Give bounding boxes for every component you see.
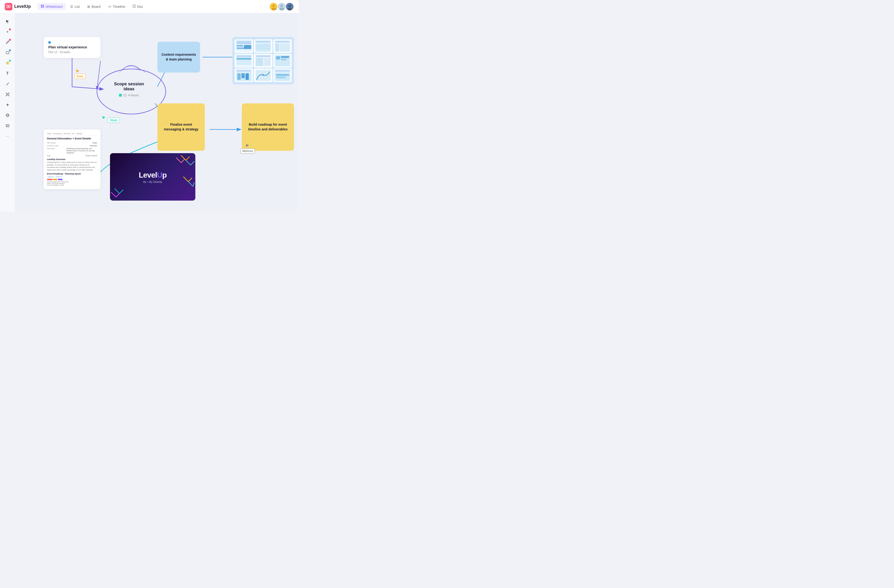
svg-point-13 [272, 8, 276, 11]
scope-session-meta: 4 Hours [110, 94, 148, 97]
svg-rect-60 [237, 61, 251, 62]
build-roadmap-text: Build roadmap for event timeline and del… [246, 122, 290, 132]
svg-point-18 [288, 5, 291, 7]
svg-rect-54 [275, 41, 290, 42]
sparkle-tool[interactable] [3, 101, 12, 109]
screenshot-4 [235, 54, 253, 67]
avatars-area [269, 2, 294, 11]
svg-line-42 [125, 95, 125, 95]
plan-virtual-title: Plan virtual experience [48, 45, 96, 49]
svg-rect-74 [237, 73, 241, 80]
svg-rect-4 [41, 6, 42, 8]
timeline-icon [108, 5, 112, 9]
banner-title: LevelUp [139, 171, 166, 180]
screenshot-5 [254, 54, 272, 67]
screenshot-3 [273, 39, 291, 53]
svg-rect-1 [8, 6, 9, 7]
doc-row-comms: Comms Lead Gabrielle [47, 145, 97, 147]
nav-board[interactable]: ⊞ Board [84, 3, 104, 10]
green-square-icon [119, 94, 122, 97]
svg-rect-50 [256, 43, 270, 51]
svg-marker-33 [6, 103, 9, 106]
scope-session-container[interactable]: Scope session ideas 4 Hours [91, 65, 167, 113]
svg-rect-65 [264, 58, 270, 66]
topbar: LevelUp Whiteboard ☰ List ⊞ Board Timeli… [0, 0, 299, 13]
nav-timeline[interactable]: Timeline [105, 3, 128, 10]
svg-point-27 [6, 93, 7, 94]
image-tool[interactable] [3, 121, 12, 130]
svg-point-16 [279, 8, 284, 11]
svg-rect-70 [281, 59, 286, 60]
avatar-3 [285, 2, 294, 11]
nav-timeline-label: Timeline [113, 5, 125, 9]
svg-rect-45 [237, 45, 243, 47]
globe-tool[interactable] [3, 111, 12, 119]
doc-body-overview: LevelUp will be a 1-day virtual event to… [47, 161, 97, 171]
svg-rect-75 [241, 73, 245, 78]
doc-section-roadmap: Event Roadmap - Planning Sprint [47, 172, 97, 175]
nav-list[interactable]: ☰ List [67, 3, 83, 10]
svg-point-12 [272, 5, 275, 7]
nav-whiteboard-label: Whiteboard [45, 5, 63, 9]
line-tool[interactable] [3, 80, 12, 88]
doc-title: General Information + Event Details [47, 137, 97, 140]
svg-rect-84 [276, 76, 286, 78]
finalize-messaging-card[interactable]: Finalize event messaging & strategy [157, 103, 205, 151]
scope-session-title: Scope session ideas [110, 82, 148, 92]
svg-rect-68 [276, 56, 280, 59]
build-roadmap-card[interactable]: Build roadmap for event timeline and del… [242, 103, 294, 151]
svg-line-25 [6, 83, 9, 85]
timer-icon [123, 94, 127, 97]
svg-rect-56 [280, 43, 290, 51]
more-icon: ··· [6, 134, 9, 138]
svg-marker-20 [6, 20, 9, 23]
svg-rect-58 [237, 56, 251, 57]
nav-board-label: Board [92, 5, 100, 9]
sticky-tool[interactable] [3, 59, 12, 67]
svg-rect-47 [244, 45, 251, 49]
content-requirements-text: Content requirements & team planning [161, 52, 196, 62]
svg-rect-5 [43, 6, 44, 8]
plan-virtual-meta: Feb 12 · 18 tasks [48, 50, 96, 54]
nav-whiteboard[interactable]: Whiteboard [38, 3, 66, 10]
finalize-messaging-text: Finalize event messaging & strategy [161, 122, 201, 132]
svg-point-30 [8, 95, 9, 96]
svg-rect-72 [237, 70, 251, 72]
more-tool[interactable]: ··· [3, 132, 12, 141]
network-tool[interactable] [3, 90, 12, 99]
svg-point-28 [8, 93, 9, 94]
svg-rect-63 [256, 56, 270, 57]
screenshot-9 [273, 68, 291, 82]
doc-row-epic: Epic Event Launch [47, 154, 97, 157]
cursor-melissa-label: Melissa [240, 148, 255, 154]
whiteboard-icon [41, 5, 44, 9]
doc-row-overview: Overview Following annual planning, the … [47, 148, 97, 154]
content-requirements-card[interactable]: Content requirements & team planning [157, 42, 200, 73]
doc-nav: Status Workspaces Add Task Doc Settings [47, 133, 97, 136]
pen-tool[interactable] [3, 38, 12, 47]
banner-text-area: LevelUp By ● By ClickUp [139, 171, 166, 183]
screenshot-6 [273, 54, 291, 67]
banner-subtitle: By ● By ClickUp [139, 180, 166, 183]
text-tool[interactable]: T [3, 69, 12, 78]
cursor-tool[interactable] [3, 17, 12, 26]
logo-icon [5, 3, 12, 11]
magic-tool[interactable]: ✦ [3, 27, 12, 36]
svg-point-29 [6, 95, 7, 96]
canvas: Plan virtual experience Feb 12 · 18 task… [15, 13, 299, 212]
rectangle-tool[interactable] [3, 48, 12, 57]
doc-preview-card[interactable]: Status Workspaces Add Task Doc Settings … [44, 130, 101, 189]
svg-point-38 [7, 125, 8, 126]
logo-area: LevelUp [5, 3, 31, 11]
plan-virtual-card[interactable]: Plan virtual experience Feb 12 · 18 task… [44, 37, 101, 58]
magic-icon: ✦ [6, 30, 9, 34]
cursor-arrow-evan: ▶ [76, 68, 79, 73]
svg-point-15 [281, 5, 283, 7]
screenshots-grid [233, 37, 294, 85]
nav-doc[interactable]: Doc [130, 3, 146, 10]
text-icon: T [6, 71, 9, 76]
svg-rect-49 [256, 41, 270, 42]
svg-rect-8 [133, 5, 135, 8]
scope-session-content: Scope session ideas 4 Hours [110, 82, 148, 97]
svg-rect-61 [237, 63, 251, 65]
